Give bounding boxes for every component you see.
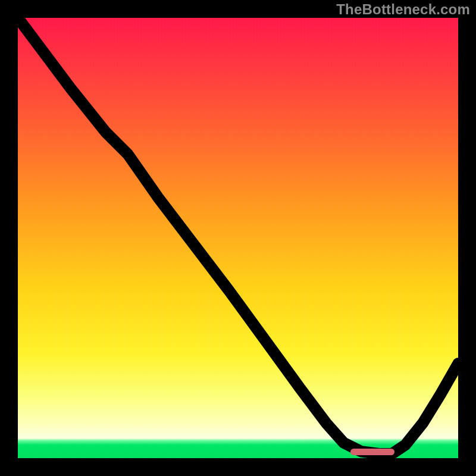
watermark-text: TheBottleneck.com [336, 1, 470, 18]
optimal-range-marker [350, 449, 394, 455]
chart-stage: TheBottleneck.com [0, 0, 476, 476]
bottleneck-curve [18, 18, 458, 454]
plot-area [18, 18, 458, 458]
curve-layer [18, 18, 458, 458]
